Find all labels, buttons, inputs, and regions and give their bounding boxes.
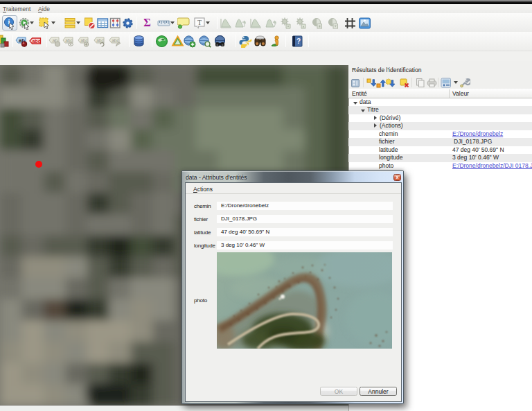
- svg-text:abc: abc: [32, 39, 40, 44]
- svg-text:abc: abc: [80, 38, 88, 43]
- svg-text:T: T: [197, 19, 202, 26]
- svg-text:abc: abc: [112, 38, 119, 43]
- svg-text:abc: abc: [96, 38, 104, 43]
- svg-text:Σ: Σ: [143, 17, 150, 28]
- svg-text:abc: abc: [65, 38, 73, 43]
- svg-text:?: ?: [296, 37, 301, 45]
